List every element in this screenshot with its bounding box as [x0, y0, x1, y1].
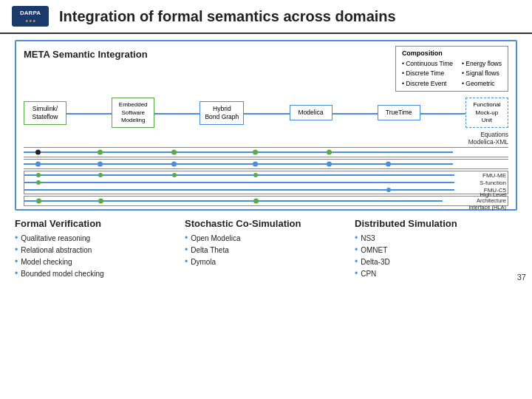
- bottom-section: Formal Verification •Qualitative reasoni…: [15, 218, 517, 280]
- composition-col1: • Continuous Time • Discrete Time • Disc…: [402, 59, 453, 89]
- bullet-icon: •: [355, 233, 358, 245]
- node-fmu: FunctionalMock-upUnit: [466, 98, 508, 128]
- nodes-area: Simulink/Stateflow EmbeddedSoftwareModel…: [24, 98, 508, 128]
- bullet-icon: •: [355, 245, 358, 256]
- bullet-icon: •: [185, 233, 188, 245]
- header: DARPA ★ ★ ★ Integration of formal semant…: [0, 0, 532, 34]
- svg-text:★ ★ ★: ★ ★ ★: [25, 18, 37, 23]
- page-number: 37: [517, 273, 526, 282]
- node-modelica: Modelica: [290, 105, 332, 120]
- bullet-icon: •: [185, 256, 188, 268]
- page-title: Integration of formal semantics across d…: [59, 8, 396, 25]
- bullet-icon: •: [355, 256, 358, 268]
- list-item: •OMNET: [355, 245, 517, 256]
- composition-cols: • Continuous Time • Discrete Time • Disc…: [402, 59, 502, 89]
- bullet-icon: •: [15, 256, 18, 268]
- list-item: •NS3: [355, 233, 517, 245]
- distributed-sim-title: Distributed Simulation: [355, 218, 517, 229]
- s-function-label: S-function: [480, 180, 506, 186]
- s-function-band: S-function: [24, 179, 508, 186]
- formal-verification-list: •Qualitative reasoning •Relational abstr…: [15, 233, 177, 280]
- meta-header: META Semantic Integration Composition • …: [24, 46, 508, 92]
- comp-item-3: • Discrete Event: [402, 79, 453, 89]
- stochastic-cosim-list: •Open Modelica •Delta Theta •Dymola: [185, 233, 347, 268]
- list-item: •CPN: [355, 268, 517, 280]
- diagram-box: META Semantic Integration Composition • …: [15, 40, 517, 211]
- comp-item-5: • Signal flows: [462, 69, 502, 79]
- stochastic-cosim-title: Stochastic Co-Simulation: [185, 218, 347, 229]
- comp-item-6: • Geometric: [462, 79, 502, 89]
- comp-item-4: • Energy flows: [462, 59, 502, 69]
- composition-title: Composition: [402, 49, 502, 59]
- bullet-icon: •: [185, 245, 188, 256]
- distributed-sim-list: •NS3 •OMNET •Delta-3D •CPN: [355, 233, 517, 280]
- distributed-sim-col: Distributed Simulation •NS3 •OMNET •Delt…: [355, 218, 517, 280]
- fmu-c5-band: FMU-C5: [24, 186, 508, 194]
- bullet-icon: •: [15, 233, 18, 245]
- node-simulink: Simulink/Stateflow: [24, 101, 66, 125]
- fmu-me-band: FMU-ME: [24, 171, 508, 179]
- list-item: •Model checking: [15, 256, 177, 268]
- nodes-row: Simulink/Stateflow EmbeddedSoftwareModel…: [24, 98, 508, 128]
- composition-col2: • Energy flows • Signal flows • Geometri…: [462, 59, 502, 89]
- bullet-icon: •: [15, 245, 18, 256]
- formal-verification-col: Formal Verification •Qualitative reasoni…: [15, 218, 177, 280]
- hla-label: High LevelArchitectureInterface (HLA): [468, 192, 506, 211]
- list-item: •Delta Theta: [185, 245, 347, 256]
- comp-item-1: • Continuous Time: [402, 59, 453, 69]
- composition-box: Composition • Continuous Time • Discrete…: [395, 46, 508, 92]
- comp-item-2: • Discrete Time: [402, 69, 453, 79]
- stochastic-cosim-col: Stochastic Co-Simulation •Open Modelica …: [185, 218, 347, 280]
- node-embedded: EmbeddedSoftwareModeling: [112, 98, 154, 128]
- node-hybrid-bond-graph: HybridBond Graph: [200, 101, 244, 125]
- svg-text:DARPA: DARPA: [20, 10, 41, 16]
- hla-band: High LevelArchitectureInterface (HLA): [24, 196, 508, 206]
- band-1: [24, 147, 508, 157]
- bullet-icon: •: [355, 268, 358, 280]
- meta-title: META Semantic Integration: [24, 46, 148, 60]
- main-content: META Semantic Integration Composition • …: [0, 34, 532, 284]
- fmu-group: FMU-ME S-function FMU-C5: [24, 171, 508, 194]
- node-truetime: TrueTime: [378, 105, 420, 120]
- fmu-me-label: FMU-ME: [482, 172, 506, 179]
- list-item: •Dymola: [185, 256, 347, 268]
- list-item: •Relational abstraction: [15, 245, 177, 256]
- formal-verification-title: Formal Verification: [15, 218, 177, 229]
- list-item: •Qualitative reasoning: [15, 233, 177, 245]
- list-item: •Open Modelica: [185, 233, 347, 245]
- list-item: •Bounded model checking: [15, 268, 177, 280]
- list-item: •Delta-3D: [355, 256, 517, 268]
- equations-label: EquationsModelica-XML: [24, 131, 508, 146]
- bullet-icon: •: [15, 268, 18, 280]
- darpa-logo-icon: DARPA ★ ★ ★: [12, 6, 49, 27]
- band-2: [24, 159, 508, 169]
